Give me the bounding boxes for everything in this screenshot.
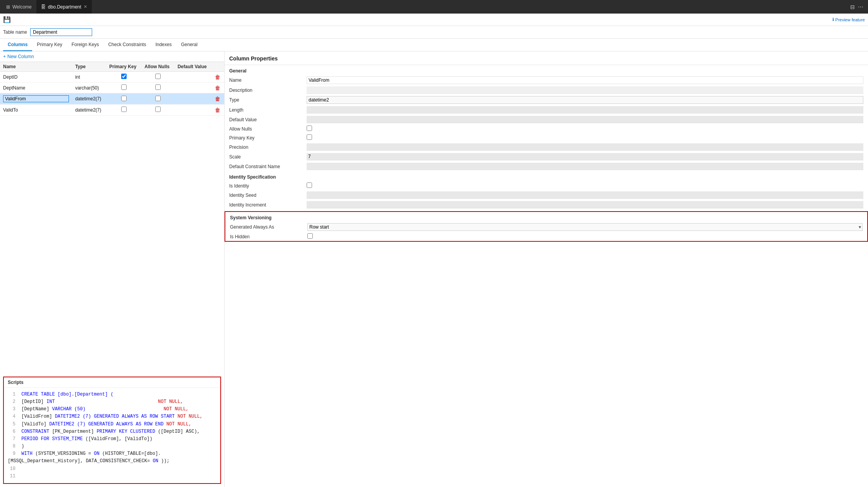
col-name-input[interactable] [3, 95, 69, 102]
col-name-cell: ValidTo [0, 105, 72, 115]
tab-table[interactable]: 🗄 dbo.Department ✕ [36, 0, 92, 14]
prop-scale-input[interactable] [307, 153, 863, 160]
prop-row-default-constraint-name: Default Constraint Name [225, 162, 868, 171]
new-col-row: + New Column [0, 52, 224, 62]
tab-foreign-keys[interactable]: Foreign Keys [67, 39, 104, 51]
more-actions-icon[interactable]: ⋯ [858, 4, 863, 10]
toolbar-row: 💾 ℹ Preview feature [0, 14, 868, 26]
tab-general[interactable]: General [176, 39, 202, 51]
col-pk-cell[interactable] [106, 105, 141, 115]
prop-row-precision: Precision [225, 142, 868, 152]
save-icon[interactable]: 💾 [3, 16, 11, 23]
prop-constraint-name-input[interactable] [307, 163, 863, 170]
script-line-6: 6 CONSTRAINT [PK_Department] PRIMARY KEY… [8, 428, 216, 435]
script-line-1: 1 CREATE TABLE [dbo].[Department] ( [8, 391, 216, 398]
script-line-5: 5 [ValidTo] DATETIME2 (7) GENERATED ALWA… [8, 421, 216, 428]
table-name-input[interactable] [30, 28, 92, 36]
prop-is-identity-checkbox[interactable] [307, 182, 312, 188]
info-icon: ℹ [832, 17, 834, 22]
col-nulls-cell[interactable] [141, 83, 174, 93]
delete-row-icon[interactable]: 🗑 [215, 107, 220, 113]
pk-checkbox[interactable] [121, 84, 127, 90]
nulls-checkbox[interactable] [155, 107, 161, 112]
table-row[interactable]: DeptID int 🗑 [0, 72, 224, 83]
nulls-checkbox[interactable] [155, 96, 161, 101]
script-line-2: 2 [DeptID] INT NOT NULL, [8, 398, 216, 406]
col-nulls-cell[interactable] [141, 93, 174, 105]
prop-length-input[interactable] [307, 106, 863, 114]
col-name-cell[interactable] [0, 93, 72, 105]
col-name-cell: DeptName [0, 83, 72, 93]
prop-row-default-value: Default Value [225, 115, 868, 124]
tabs-left: ⊞ Welcome 🗄 dbo.Department ✕ [2, 0, 92, 14]
script-line-3: 3 [DeptName] VARCHAR (50) NOT NULL, [8, 406, 216, 413]
preview-feature[interactable]: ℹ Preview feature [832, 17, 865, 22]
delete-row-icon[interactable]: 🗑 [215, 74, 220, 80]
general-props-table: Name Description Type datetime2 int [225, 75, 868, 171]
table-row[interactable]: DeptName varchar(50) 🗑 [0, 83, 224, 93]
col-type-cell: varchar(50) [72, 83, 106, 93]
col-header-name: Name [0, 62, 72, 72]
col-nulls-cell[interactable] [141, 105, 174, 115]
scripts-panel: Scripts 1 CREATE TABLE [dbo].[Department… [3, 377, 221, 484]
nulls-checkbox[interactable] [155, 74, 161, 79]
tab-indexes[interactable]: Indexes [151, 39, 176, 51]
col-pk-cell[interactable] [106, 72, 141, 83]
prop-is-hidden-checkbox[interactable] [307, 233, 313, 239]
script-line-10: 10 [8, 465, 216, 473]
main-wrapper: 💾 ℹ Preview feature Table name Columns P… [0, 14, 868, 487]
script-line-7: 7 PERIOD FOR SYSTEM_TIME ([ValidFrom], [… [8, 435, 216, 443]
tab-close-button[interactable]: ✕ [84, 4, 87, 9]
col-type-cell: int [72, 72, 106, 83]
prop-identity-increment-input[interactable] [307, 201, 863, 208]
table-row[interactable]: datetime2(7) 🗑 [0, 93, 224, 105]
prop-default-value-input[interactable] [307, 116, 863, 123]
col-delete-cell[interactable]: 🗑 [212, 83, 224, 93]
columns-table: Name Type Primary Key Allow Nulls Defaul… [0, 62, 224, 115]
nulls-checkbox[interactable] [155, 84, 161, 90]
prop-row-scale: Scale [225, 152, 868, 162]
col-type-cell: datetime2(7) [72, 93, 106, 105]
tab-primary-key[interactable]: Primary Key [32, 39, 67, 51]
prop-allow-nulls-checkbox[interactable] [307, 126, 312, 131]
prop-generated-always-select[interactable]: Row start Row end None [307, 223, 863, 231]
tab-welcome-label: Welcome [12, 4, 32, 10]
pk-checkbox[interactable] [121, 74, 127, 79]
prop-description-input[interactable] [307, 86, 863, 94]
col-header-actions [212, 62, 224, 72]
table-name-label: Table name [3, 29, 27, 35]
prop-name-input[interactable] [307, 76, 863, 84]
pk-checkbox[interactable] [121, 107, 127, 112]
prop-row-identity-increment: Identity Increment [225, 200, 868, 210]
col-delete-cell[interactable]: 🗑 [212, 105, 224, 115]
prop-row-generated-always-as: Generated Always As Row start Row end No… [225, 222, 867, 232]
new-column-button[interactable]: + New Column [3, 54, 34, 59]
prop-primary-key-checkbox[interactable] [307, 134, 312, 140]
col-nulls-cell[interactable] [141, 72, 174, 83]
table-name-row: Table name [0, 26, 868, 39]
col-delete-cell[interactable]: 🗑 [212, 72, 224, 83]
tab-columns[interactable]: Columns [3, 39, 32, 51]
delete-row-icon[interactable]: 🗑 [215, 85, 220, 91]
general-section-title: General [225, 65, 868, 75]
table-row[interactable]: ValidTo datetime2(7) 🗑 [0, 105, 224, 115]
sys-versioning-props-table: Generated Always As Row start Row end No… [225, 222, 867, 241]
delete-row-icon[interactable]: 🗑 [215, 96, 220, 102]
pk-checkbox[interactable] [121, 96, 127, 101]
col-pk-cell[interactable] [106, 83, 141, 93]
tab-table-label: dbo.Department [48, 4, 81, 10]
tabs-right: ⊟ ⋯ [850, 4, 866, 10]
tab-welcome[interactable]: ⊞ Welcome [2, 0, 36, 14]
split-editor-icon[interactable]: ⊟ [850, 4, 855, 10]
prop-precision-input[interactable] [307, 143, 863, 151]
col-delete-cell[interactable]: 🗑 [212, 93, 224, 105]
new-column-label: New Column [7, 54, 34, 59]
prop-row-allow-nulls: Allow Nulls [225, 124, 868, 133]
prop-identity-seed-input[interactable] [307, 191, 863, 199]
tab-check-constraints[interactable]: Check Constraints [103, 39, 151, 51]
col-pk-cell[interactable] [106, 93, 141, 105]
scripts-header: Scripts [4, 377, 220, 388]
scripts-body: 1 CREATE TABLE [dbo].[Department] ( 2 [D… [4, 388, 220, 483]
prop-row-type: Type datetime2 int varchar nvarchar [225, 95, 868, 105]
prop-type-select[interactable]: datetime2 int varchar nvarchar [307, 96, 863, 104]
